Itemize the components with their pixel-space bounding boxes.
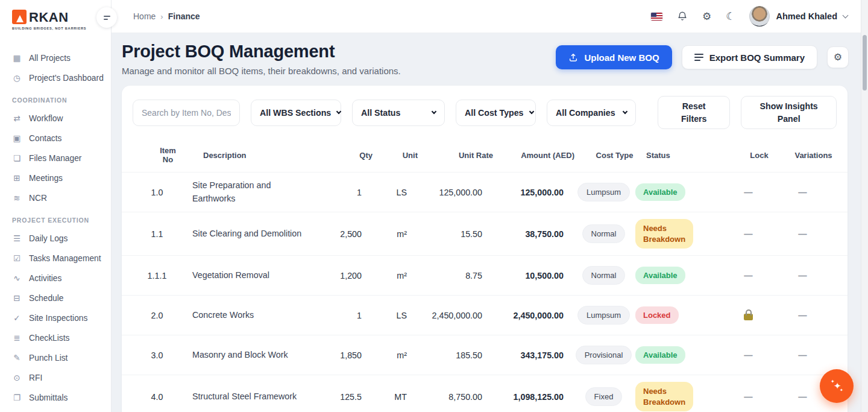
column-header-item-no: Item No [133, 146, 203, 164]
sidebar-item-ncr[interactable]: ≋NCR [12, 188, 105, 208]
sidebar-item-punch-list[interactable]: ✎Punch List [12, 348, 105, 368]
table-row[interactable]: 1.1Site Clearing and Demolition2,500m²15… [122, 212, 848, 255]
column-header-description: Description [203, 151, 324, 160]
scrollbar-track[interactable] [861, 0, 868, 412]
sidebar-item-submittals[interactable]: ❐Submittals [12, 388, 105, 408]
search-input[interactable] [133, 100, 240, 126]
filter-select-wbs[interactable]: All WBS Sections [251, 100, 341, 126]
language-flag-icon[interactable] [651, 13, 662, 21]
cell-amount: 125,000.00 [491, 188, 572, 197]
table-settings-button[interactable]: ⚙ [827, 46, 849, 68]
dashboard-icon: ◷ [12, 74, 22, 83]
dash: — [744, 188, 752, 197]
dark-mode-toggle[interactable]: ☾ [726, 11, 735, 22]
status-badge: Available [635, 267, 685, 284]
user-menu[interactable]: Ahmed Khaled [749, 6, 848, 27]
sidebar-nav: ▦All Projects◷Project's DashboardCOORDIN… [0, 30, 111, 408]
cell-item-no: 2.0 [122, 311, 192, 320]
sidebar-item-label: Tasks Management [29, 254, 101, 263]
cell-item-no: 1.1 [122, 229, 192, 239]
dash: — [798, 350, 807, 360]
cell-lock: — [720, 271, 777, 280]
sidebar-item-label: Contacts [29, 134, 61, 143]
sidebar-item-project-s-dashboard[interactable]: ◷Project's Dashboard [12, 68, 105, 88]
cost-type-pill: Lumpsum [577, 183, 630, 201]
notifications-button[interactable] [677, 11, 688, 22]
filter-select-status[interactable]: All Status [352, 100, 445, 126]
sidebar-item-meetings[interactable]: ⊞Meetings [12, 168, 105, 188]
cell-variations: — [777, 188, 828, 197]
cell-amount: 10,500.00 [491, 271, 572, 280]
table-row[interactable]: 4.0Structural Steel Framework125.5MT8,75… [122, 375, 848, 412]
cell-description: Site Clearing and Demolition [192, 227, 313, 240]
sidebar-item-schedule[interactable]: ⊟Schedule [12, 288, 105, 308]
cell-unit-rate: 15.50 [415, 229, 491, 239]
cell-cost-type: Provisional [572, 346, 635, 364]
breadcrumb-home[interactable]: Home [133, 11, 156, 21]
sidebar-item-workflow[interactable]: ⇄Workflow [12, 109, 105, 128]
gear-icon: ⚙ [702, 11, 711, 22]
column-header-variations: Variations [788, 151, 839, 160]
scrollbar-thumb[interactable] [863, 35, 867, 90]
hamburger-icon [104, 16, 110, 20]
sidebar-item-tasks-management[interactable]: ☑Tasks Management [12, 249, 105, 268]
cell-qty: 1,850 [313, 350, 370, 360]
contacts-icon: ▣ [12, 135, 22, 143]
sparkle-small-icon: ✦ [831, 379, 835, 384]
column-header-status: Status [646, 151, 731, 160]
cell-qty: 1 [313, 188, 370, 197]
sidebar-item-all-projects[interactable]: ▦All Projects [12, 48, 105, 68]
sidebar-item-files-manager[interactable]: ❏Files Manager [12, 148, 105, 168]
sidebar-item-rfi[interactable]: ⊙RFI [12, 368, 105, 388]
main-content: Project BOQ Management Manage and monito… [112, 33, 861, 412]
sidebar-item-daily-logs[interactable]: ☰Daily Logs [12, 229, 105, 249]
cell-status: Needs Breakdown [635, 382, 720, 411]
filters-bar: All WBS SectionsAll StatusAll Cost Types… [122, 86, 848, 138]
upload-new-boq-button[interactable]: Upload New BOQ [556, 45, 671, 69]
cell-description: Site Preparation and Earthworks [192, 179, 313, 205]
folder-icon: ❏ [12, 154, 22, 163]
sidebar-section-label: COORDINATION [12, 97, 105, 104]
cell-amount: 38,750.00 [491, 229, 572, 239]
table-row[interactable]: 1.0Site Preparation and Earthworks1LS125… [122, 172, 848, 212]
sidebar-item-label: Files Manager [29, 154, 81, 163]
cell-unit: LS [370, 188, 415, 197]
sidebar-item-label: RFI [29, 373, 42, 382]
upload-new-boq-label: Upload New BOQ [584, 52, 659, 63]
user-name: Ahmed Khaled [776, 11, 837, 21]
dash: — [744, 229, 752, 239]
export-lines-icon [694, 54, 703, 61]
table-row[interactable]: 3.0Masonry and Block Work1,850m²185.5034… [122, 335, 848, 375]
cell-unit: m² [370, 229, 415, 239]
cell-amount: 343,175.00 [491, 350, 572, 360]
sidebar-collapse-button[interactable] [96, 7, 117, 28]
sidebar-item-checklists[interactable]: ≣CheckLists [12, 328, 105, 348]
breadcrumb: Home › Finance [133, 11, 200, 21]
filter-select-value: All Status [361, 108, 400, 118]
sidebar-item-activities[interactable]: ∿Activities [12, 268, 105, 288]
lock-icon [744, 314, 753, 320]
sidebar-item-contacts[interactable]: ▣Contacts [12, 128, 105, 148]
cell-description: Vegetation Removal [192, 269, 313, 282]
rfi-icon: ⊙ [12, 374, 22, 382]
table-row[interactable]: 1.1.1Vegetation Removal1,200m²8.7510,500… [122, 255, 848, 295]
show-insights-panel-button[interactable]: Show Insights Panel [741, 96, 837, 129]
cost-type-pill: Normal [582, 224, 626, 243]
brand-name: RKAN [29, 11, 69, 24]
export-boq-summary-button[interactable]: Export BOQ Summary [682, 45, 817, 69]
export-boq-summary-label: Export BOQ Summary [709, 52, 805, 63]
reset-filters-button[interactable]: Reset Filters [658, 96, 730, 129]
settings-button[interactable]: ⚙ [702, 11, 711, 22]
sidebar-item-label: Workflow [29, 114, 63, 123]
cost-type-pill: Fixed [585, 387, 623, 406]
boq-table-card: All WBS SectionsAll StatusAll Cost Types… [122, 86, 848, 412]
table-row[interactable]: 2.0Concrete Works1LS2,450,000.002,450,00… [122, 295, 848, 335]
ai-assistant-fab[interactable]: ✦ ✦ ✦ [820, 369, 854, 403]
filter-select-value: All Companies [556, 108, 615, 118]
filter-select-cost-types[interactable]: All Cost Types [456, 100, 536, 126]
sidebar-item-site-inspections[interactable]: ✓Site Inspections [12, 308, 105, 328]
sidebar-section-label: PROJECT EXECUTION [12, 217, 105, 224]
submittals-icon: ❐ [12, 394, 22, 402]
cell-cost-type: Fixed [572, 387, 635, 406]
filter-select-companies[interactable]: All Companies [547, 100, 636, 126]
